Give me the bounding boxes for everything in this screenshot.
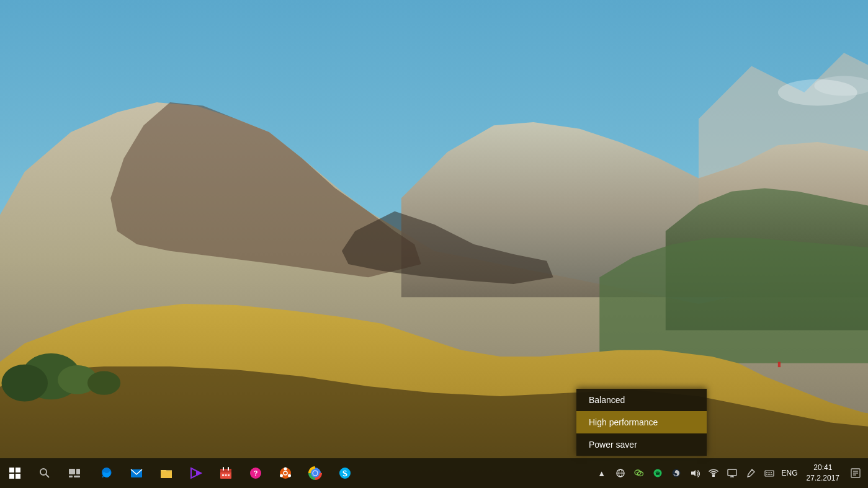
svg-point-41 xyxy=(284,468,287,471)
taskbar-ubuntu[interactable] xyxy=(272,459,299,487)
system-tray: ▲ xyxy=(593,458,868,488)
svg-rect-66 xyxy=(765,471,774,476)
svg-rect-72 xyxy=(771,474,772,475)
svg-point-21 xyxy=(40,469,47,475)
svg-point-43 xyxy=(288,474,291,477)
taskbar-calendar[interactable] xyxy=(212,459,239,487)
tray-wechat-icon[interactable] xyxy=(630,459,648,487)
svg-point-13 xyxy=(87,371,120,395)
power-plan-power-saver[interactable]: Power saver xyxy=(576,433,707,456)
taskbar-edge[interactable] xyxy=(93,459,120,487)
tray-spotify-icon[interactable] xyxy=(649,459,666,487)
svg-rect-20 xyxy=(16,474,20,479)
tray-browser-icon[interactable] xyxy=(612,459,629,487)
tray-network-icon[interactable] xyxy=(705,459,722,487)
svg-text:?: ? xyxy=(254,469,258,477)
taskbar: ? xyxy=(0,458,868,488)
svg-rect-36 xyxy=(225,474,227,476)
desktop: Balanced High performance Power saver xyxy=(0,0,868,488)
svg-rect-18 xyxy=(16,468,20,472)
svg-rect-34 xyxy=(228,467,229,471)
power-plan-high-performance[interactable]: High performance xyxy=(576,411,707,433)
svg-rect-37 xyxy=(228,474,230,476)
svg-point-42 xyxy=(280,474,283,477)
tray-pen-icon[interactable] xyxy=(742,459,759,487)
svg-rect-68 xyxy=(768,472,769,473)
svg-rect-23 xyxy=(69,469,75,474)
svg-rect-28 xyxy=(161,471,172,477)
tray-show-hidden[interactable]: ▲ xyxy=(593,459,611,487)
svg-point-50 xyxy=(313,471,318,476)
svg-line-22 xyxy=(46,474,49,477)
svg-rect-62 xyxy=(712,474,715,477)
tray-display-icon[interactable] xyxy=(723,459,741,487)
svg-rect-71 xyxy=(768,474,771,475)
language-label: ENG xyxy=(782,469,798,477)
svg-marker-7 xyxy=(599,237,868,363)
taskbar-app-unknown[interactable]: ? xyxy=(242,459,269,487)
wallpaper xyxy=(0,0,868,488)
svg-rect-32 xyxy=(220,469,231,472)
clock-time: 20:41 xyxy=(813,463,832,473)
svg-marker-61 xyxy=(691,470,696,476)
svg-rect-25 xyxy=(69,476,73,477)
taskbar-chrome[interactable] xyxy=(302,459,329,487)
svg-rect-19 xyxy=(9,474,14,479)
taskbar-file-explorer[interactable] xyxy=(153,459,180,487)
tray-language[interactable]: ENG xyxy=(779,459,800,487)
tray-steam-icon[interactable] xyxy=(668,459,685,487)
svg-point-58 xyxy=(638,472,639,473)
start-button[interactable] xyxy=(0,458,30,488)
svg-rect-17 xyxy=(9,468,14,472)
search-button[interactable] xyxy=(30,458,60,488)
taskbar-mail[interactable] xyxy=(123,459,150,487)
svg-rect-63 xyxy=(728,469,736,476)
tray-volume-icon[interactable] xyxy=(686,459,704,487)
task-view-button[interactable] xyxy=(60,458,89,488)
svg-point-11 xyxy=(1,365,48,402)
tray-keyboard-icon[interactable] xyxy=(761,459,778,487)
svg-point-57 xyxy=(636,472,637,473)
tray-clock[interactable]: 20:41 27.2.2017 xyxy=(802,459,844,487)
taskbar-skype[interactable] xyxy=(331,459,359,487)
chevron-up-icon: ▲ xyxy=(597,469,606,478)
tray-notification-center[interactable] xyxy=(846,459,866,487)
svg-rect-24 xyxy=(76,469,80,474)
svg-rect-67 xyxy=(766,472,767,473)
svg-rect-33 xyxy=(223,467,224,471)
svg-rect-69 xyxy=(771,472,772,473)
svg-rect-70 xyxy=(766,474,767,475)
svg-rect-16 xyxy=(778,362,781,368)
svg-rect-26 xyxy=(74,476,80,477)
taskbar-apps: ? xyxy=(89,458,593,488)
taskbar-visual-studio[interactable] xyxy=(182,459,210,487)
power-plan-menu: Balanced High performance Power saver xyxy=(576,389,707,456)
clock-date: 27.2.2017 xyxy=(807,473,839,484)
svg-rect-35 xyxy=(222,474,224,476)
power-plan-balanced[interactable]: Balanced xyxy=(576,389,707,411)
